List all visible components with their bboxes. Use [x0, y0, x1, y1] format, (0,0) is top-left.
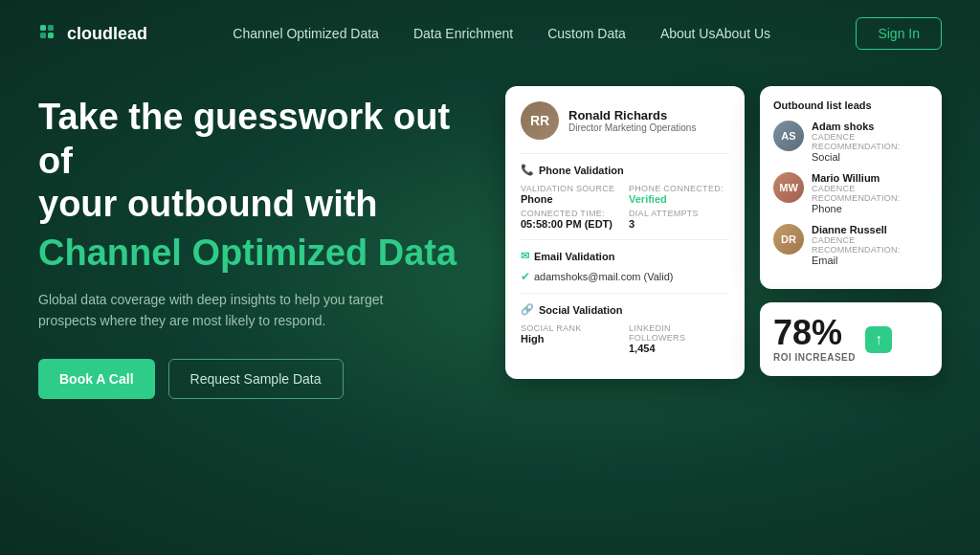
svg-rect-1 — [48, 25, 54, 31]
sidebar-col: Outbound list leads AS Adam shoks CADENC… — [760, 86, 942, 376]
profile-info: Ronald Richards Director Marketing Opera… — [568, 108, 696, 133]
roi-card: 78% ROI INCREASED ↑ — [760, 302, 942, 376]
rank-label-cell: SOCIAL RANK High — [521, 323, 621, 354]
email-icon: ✉ — [521, 250, 529, 262]
phone-validation-title: 📞 Phone Validation — [521, 164, 729, 176]
book-call-button[interactable]: Book A Call — [38, 359, 155, 399]
email-row: ✔ adamshoks@mail.com (Valid) — [521, 270, 729, 283]
roi-text: 78% ROI INCREASED — [773, 316, 856, 363]
nav-data-enrichment[interactable]: Data Enrichment — [413, 26, 513, 41]
lead-cadence-label-3: CADENCE RECOMMENDATION: — [812, 235, 928, 255]
lead-info-1: Adam shoks CADENCE RECOMMENDATION: Socia… — [812, 121, 928, 163]
navbar: cloudlead Channel Optimized Data Data En… — [0, 0, 980, 67]
logo-icon — [38, 23, 59, 44]
roi-arrow-icon: ↑ — [865, 326, 892, 353]
nav-links: Channel Optimized Data Data Enrichment C… — [233, 25, 770, 42]
request-sample-button[interactable]: Request Sample Data — [168, 359, 344, 399]
lead-channel-1: Social — [812, 151, 928, 163]
connected-label-cell: PHONE CONNECTED: Verified — [629, 184, 729, 205]
connected-label: PHONE CONNECTED: — [629, 184, 729, 193]
brand-name: cloudlead — [67, 24, 147, 44]
main-content: Take the guesswork out of your outbound … — [0, 67, 980, 399]
time-value: 05:58:00 PM (EDT) — [521, 218, 621, 230]
lead-channel-3: Email — [812, 255, 928, 266]
lead-initials-3: DR — [781, 233, 796, 245]
phone-validation-section: 📞 Phone Validation VALIDATION SOURCE Pho… — [521, 164, 729, 230]
lead-initials-1: AS — [781, 130, 795, 142]
rank-value: High — [521, 333, 621, 344]
sign-in-button[interactable]: Sign In — [856, 17, 942, 50]
avatar-placeholder: RR — [521, 101, 559, 140]
connected-value: Verified — [629, 193, 729, 205]
hero-heading: Take the guesswork out of your outbound … — [38, 96, 477, 227]
roi-percentage: 78% — [773, 316, 856, 350]
email-label: Email Validation — [534, 251, 614, 262]
profile-card: RR Ronald Richards Director Marketing Op… — [505, 86, 745, 379]
svg-rect-2 — [40, 33, 46, 38]
background: cloudlead Channel Optimized Data Data En… — [0, 0, 980, 555]
source-label: VALIDATION SOURCE — [521, 184, 621, 193]
attempts-label: DIAL ATTEMPTS — [629, 209, 729, 218]
followers-label: LINKEDIN FOLLOWERS — [629, 323, 729, 343]
lead-avatar-2: MW — [773, 172, 804, 203]
phone-label: Phone Validation — [539, 165, 624, 176]
hero-heading-line2: your outbound with — [38, 184, 378, 224]
lead-cadence-label-2: CADENCE RECOMMENDATION: — [812, 184, 928, 203]
lead-initials-2: MW — [779, 182, 798, 193]
divider-2 — [521, 239, 729, 240]
hero-heading-line1: Take the guesswork out of — [38, 97, 450, 181]
attempts-value: 3 — [629, 218, 729, 230]
leads-title: Outbound list leads — [773, 100, 928, 111]
svg-rect-3 — [48, 33, 54, 38]
followers-value: 1,454 — [629, 343, 729, 354]
followers-label-cell: LINKEDIN FOLLOWERS 1,454 — [629, 323, 729, 354]
email-validation-section: ✉ Email Validation ✔ adamshoks@mail.com … — [521, 250, 729, 283]
rank-label: SOCIAL RANK — [521, 323, 621, 333]
lead-item-3: DR Dianne Russell CADENCE RECOMMENDATION… — [773, 224, 928, 266]
time-label: CONNECTED TIME: — [521, 209, 621, 218]
source-value: Phone — [521, 193, 621, 205]
nav-custom-data[interactable]: Custom Data — [547, 26, 626, 41]
profile-title: Director Marketing Operations — [568, 122, 696, 133]
lead-item-2: MW Mario Willium CADENCE RECOMMENDATION:… — [773, 172, 928, 214]
lead-info-3: Dianne Russell CADENCE RECOMMENDATION: E… — [812, 224, 928, 266]
logo[interactable]: cloudlead — [38, 23, 147, 44]
phone-validation-grid: VALIDATION SOURCE Phone PHONE CONNECTED:… — [521, 184, 729, 230]
profile-name: Ronald Richards — [568, 108, 696, 122]
lead-channel-2: Phone — [812, 203, 928, 214]
lead-info-2: Mario Willium CADENCE RECOMMENDATION: Ph… — [812, 172, 928, 214]
leads-card: Outbound list leads AS Adam shoks CADENC… — [760, 86, 942, 289]
cards-area: RR Ronald Richards Director Marketing Op… — [505, 86, 942, 399]
lead-avatar-3: DR — [773, 224, 804, 255]
hero-heading-green: Channel Optimized Data — [38, 233, 477, 274]
email-validation-title: ✉ Email Validation — [521, 250, 729, 262]
social-validation-section: 🔗 Social Validation SOCIAL RANK High LIN… — [521, 303, 729, 354]
svg-rect-0 — [40, 25, 46, 31]
attempts-label-cell: DIAL ATTEMPTS 3 — [629, 209, 729, 230]
divider-1 — [521, 153, 729, 154]
email-value: adamshoks@mail.com (Valid) — [534, 271, 673, 282]
lead-name-2: Mario Willium — [812, 172, 928, 184]
email-check-icon: ✔ — [521, 270, 530, 283]
social-icon: 🔗 — [521, 303, 534, 316]
divider-3 — [521, 293, 729, 294]
nav-about-us[interactable]: About UsAbout Us — [660, 26, 770, 41]
time-label-cell: CONNECTED TIME: 05:58:00 PM (EDT) — [521, 209, 621, 230]
hero-buttons: Book A Call Request Sample Data — [38, 359, 477, 399]
hero-subtext: Global data coverage with deep insights … — [38, 289, 402, 332]
nav-channel-optimized[interactable]: Channel Optimized Data — [233, 26, 379, 41]
roi-label: ROI INCREASED — [773, 352, 856, 363]
social-label: Social Validation — [539, 304, 622, 316]
source-label-cell: VALIDATION SOURCE Phone — [521, 184, 621, 205]
social-validation-grid: SOCIAL RANK High LINKEDIN FOLLOWERS 1,45… — [521, 323, 729, 354]
phone-icon: 📞 — [521, 164, 534, 176]
avatar: RR — [521, 101, 559, 140]
lead-name-3: Dianne Russell — [812, 224, 928, 235]
hero-section: Take the guesswork out of your outbound … — [38, 86, 477, 399]
lead-name-1: Adam shoks — [812, 121, 928, 132]
lead-cadence-label-1: CADENCE RECOMMENDATION: — [812, 132, 928, 151]
profile-header: RR Ronald Richards Director Marketing Op… — [521, 101, 729, 140]
lead-avatar-1: AS — [773, 121, 804, 151]
social-validation-title: 🔗 Social Validation — [521, 303, 729, 316]
lead-item-1: AS Adam shoks CADENCE RECOMMENDATION: So… — [773, 121, 928, 163]
